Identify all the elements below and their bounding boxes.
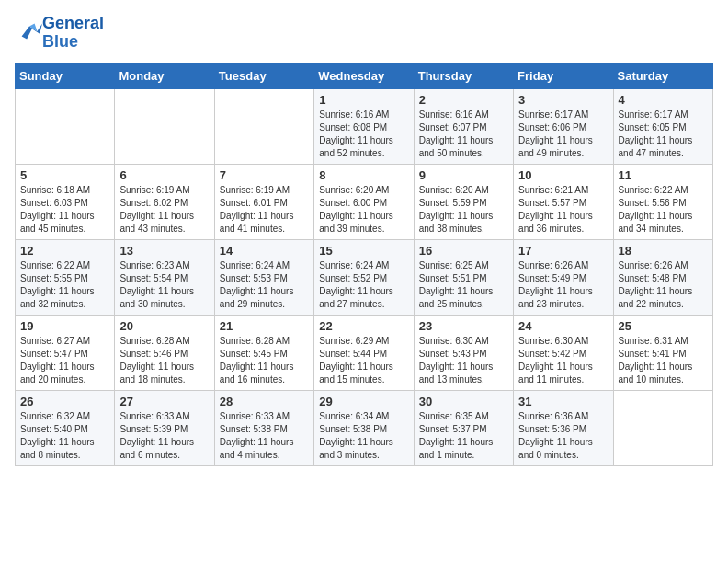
day-number: 5 — [20, 168, 109, 182]
day-number: 7 — [220, 168, 309, 182]
calendar-cell: 22Sunrise: 6:29 AM Sunset: 5:44 PM Dayli… — [314, 315, 414, 390]
day-info: Sunrise: 6:16 AM Sunset: 6:07 PM Dayligh… — [419, 109, 508, 160]
day-info: Sunrise: 6:29 AM Sunset: 5:44 PM Dayligh… — [319, 335, 408, 386]
day-info: Sunrise: 6:25 AM Sunset: 5:51 PM Dayligh… — [419, 259, 508, 311]
calendar-cell: 25Sunrise: 6:31 AM Sunset: 5:41 PM Dayli… — [613, 315, 712, 390]
day-number: 14 — [220, 244, 309, 258]
calendar-cell: 7Sunrise: 6:19 AM Sunset: 6:01 PM Daylig… — [214, 164, 313, 239]
calendar-cell: 4Sunrise: 6:17 AM Sunset: 6:05 PM Daylig… — [613, 88, 712, 164]
day-info: Sunrise: 6:27 AM Sunset: 5:47 PM Dayligh… — [20, 335, 109, 386]
calendar-cell: 29Sunrise: 6:34 AM Sunset: 5:38 PM Dayli… — [314, 390, 414, 465]
calendar-cell: 15Sunrise: 6:24 AM Sunset: 5:52 PM Dayli… — [314, 239, 414, 315]
calendar-cell: 10Sunrise: 6:21 AM Sunset: 5:57 PM Dayli… — [514, 164, 613, 239]
calendar-body: 1Sunrise: 6:16 AM Sunset: 6:08 PM Daylig… — [16, 88, 713, 465]
day-info: Sunrise: 6:33 AM Sunset: 5:39 PM Dayligh… — [119, 410, 209, 462]
day-number: 10 — [518, 168, 608, 182]
week-row-1: 1Sunrise: 6:16 AM Sunset: 6:08 PM Daylig… — [16, 88, 713, 164]
calendar-cell: 30Sunrise: 6:35 AM Sunset: 5:37 PM Dayli… — [414, 390, 513, 465]
day-info: Sunrise: 6:28 AM Sunset: 5:45 PM Dayligh… — [220, 335, 309, 386]
day-number: 28 — [220, 395, 309, 408]
day-info: Sunrise: 6:22 AM Sunset: 5:55 PM Dayligh… — [20, 259, 109, 311]
calendar-cell: 17Sunrise: 6:26 AM Sunset: 5:49 PM Dayli… — [514, 239, 613, 315]
day-info: Sunrise: 6:22 AM Sunset: 5:56 PM Dayligh… — [619, 184, 708, 236]
calendar-cell: 31Sunrise: 6:36 AM Sunset: 5:36 PM Dayli… — [514, 390, 613, 465]
day-number: 19 — [20, 319, 109, 333]
calendar-cell: 11Sunrise: 6:22 AM Sunset: 5:56 PM Dayli… — [613, 164, 712, 239]
day-number: 23 — [419, 319, 508, 333]
day-info: Sunrise: 6:16 AM Sunset: 6:08 PM Dayligh… — [319, 109, 408, 160]
calendar-cell: 28Sunrise: 6:33 AM Sunset: 5:38 PM Dayli… — [214, 390, 313, 465]
calendar-cell: 27Sunrise: 6:33 AM Sunset: 5:39 PM Dayli… — [115, 390, 214, 465]
logo: General Blue — [15, 15, 104, 52]
day-number: 24 — [518, 319, 608, 333]
calendar-cell: 5Sunrise: 6:18 AM Sunset: 6:03 PM Daylig… — [16, 164, 115, 239]
day-number: 22 — [319, 319, 408, 333]
day-number: 18 — [619, 244, 708, 258]
calendar-cell: 18Sunrise: 6:26 AM Sunset: 5:48 PM Dayli… — [613, 239, 712, 315]
day-info: Sunrise: 6:34 AM Sunset: 5:38 PM Dayligh… — [319, 410, 408, 462]
day-info: Sunrise: 6:21 AM Sunset: 5:57 PM Dayligh… — [518, 184, 608, 236]
calendar-header: SundayMondayTuesdayWednesdayThursdayFrid… — [16, 63, 713, 88]
day-number: 6 — [119, 168, 209, 182]
calendar-cell: 20Sunrise: 6:28 AM Sunset: 5:46 PM Dayli… — [115, 315, 214, 390]
logo-icon — [17, 20, 42, 42]
calendar-cell: 24Sunrise: 6:30 AM Sunset: 5:42 PM Dayli… — [514, 315, 613, 390]
page-header: General Blue — [15, 15, 713, 52]
weekday-header-sunday: Sunday — [16, 63, 115, 88]
calendar-cell: 3Sunrise: 6:17 AM Sunset: 6:06 PM Daylig… — [514, 88, 613, 164]
weekday-header-tuesday: Tuesday — [214, 63, 313, 88]
day-number: 26 — [20, 395, 109, 408]
day-number: 16 — [419, 244, 508, 258]
week-row-2: 5Sunrise: 6:18 AM Sunset: 6:03 PM Daylig… — [16, 164, 713, 239]
day-number: 20 — [119, 319, 209, 333]
calendar-cell: 9Sunrise: 6:20 AM Sunset: 5:59 PM Daylig… — [414, 164, 513, 239]
calendar-cell — [115, 88, 214, 164]
day-info: Sunrise: 6:30 AM Sunset: 5:43 PM Dayligh… — [419, 335, 508, 386]
day-info: Sunrise: 6:26 AM Sunset: 5:48 PM Dayligh… — [619, 259, 708, 311]
calendar-cell — [16, 88, 115, 164]
day-info: Sunrise: 6:28 AM Sunset: 5:46 PM Dayligh… — [119, 335, 209, 386]
calendar-cell: 2Sunrise: 6:16 AM Sunset: 6:07 PM Daylig… — [414, 88, 513, 164]
calendar-cell: 13Sunrise: 6:23 AM Sunset: 5:54 PM Dayli… — [115, 239, 214, 315]
weekday-header-saturday: Saturday — [613, 63, 712, 88]
day-info: Sunrise: 6:17 AM Sunset: 6:06 PM Dayligh… — [518, 109, 608, 160]
weekday-header-thursday: Thursday — [414, 63, 513, 88]
day-number: 31 — [518, 395, 608, 408]
calendar-cell: 26Sunrise: 6:32 AM Sunset: 5:40 PM Dayli… — [16, 390, 115, 465]
calendar-cell: 23Sunrise: 6:30 AM Sunset: 5:43 PM Dayli… — [414, 315, 513, 390]
day-info: Sunrise: 6:19 AM Sunset: 6:01 PM Dayligh… — [220, 184, 309, 236]
calendar-cell: 6Sunrise: 6:19 AM Sunset: 6:02 PM Daylig… — [115, 164, 214, 239]
day-number: 1 — [319, 93, 408, 107]
day-info: Sunrise: 6:24 AM Sunset: 5:53 PM Dayligh… — [220, 259, 309, 311]
day-info: Sunrise: 6:24 AM Sunset: 5:52 PM Dayligh… — [319, 259, 408, 311]
day-number: 11 — [619, 168, 708, 182]
day-info: Sunrise: 6:36 AM Sunset: 5:36 PM Dayligh… — [518, 410, 608, 462]
day-number: 8 — [319, 168, 408, 182]
day-number: 29 — [319, 395, 408, 408]
day-info: Sunrise: 6:31 AM Sunset: 5:41 PM Dayligh… — [619, 335, 708, 386]
day-number: 12 — [20, 244, 109, 258]
day-number: 17 — [518, 244, 608, 258]
week-row-3: 12Sunrise: 6:22 AM Sunset: 5:55 PM Dayli… — [16, 239, 713, 315]
calendar-cell: 19Sunrise: 6:27 AM Sunset: 5:47 PM Dayli… — [16, 315, 115, 390]
calendar-cell — [613, 390, 712, 465]
day-number: 3 — [518, 93, 608, 107]
day-number: 27 — [119, 395, 209, 408]
calendar-cell — [214, 88, 313, 164]
day-info: Sunrise: 6:32 AM Sunset: 5:40 PM Dayligh… — [20, 410, 109, 462]
day-info: Sunrise: 6:23 AM Sunset: 5:54 PM Dayligh… — [119, 259, 209, 311]
day-info: Sunrise: 6:33 AM Sunset: 5:38 PM Dayligh… — [220, 410, 309, 462]
logo-text: General Blue — [42, 15, 104, 52]
day-info: Sunrise: 6:17 AM Sunset: 6:05 PM Dayligh… — [619, 109, 708, 160]
calendar-cell: 14Sunrise: 6:24 AM Sunset: 5:53 PM Dayli… — [214, 239, 313, 315]
day-number: 21 — [220, 319, 309, 333]
weekday-header-friday: Friday — [514, 63, 613, 88]
day-info: Sunrise: 6:18 AM Sunset: 6:03 PM Dayligh… — [20, 184, 109, 236]
day-info: Sunrise: 6:30 AM Sunset: 5:42 PM Dayligh… — [518, 335, 608, 386]
calendar-cell: 1Sunrise: 6:16 AM Sunset: 6:08 PM Daylig… — [314, 88, 414, 164]
week-row-5: 26Sunrise: 6:32 AM Sunset: 5:40 PM Dayli… — [16, 390, 713, 465]
calendar-table: SundayMondayTuesdayWednesdayThursdayFrid… — [15, 63, 713, 466]
day-number: 13 — [119, 244, 209, 258]
day-number: 30 — [419, 395, 508, 408]
day-number: 2 — [419, 93, 508, 107]
